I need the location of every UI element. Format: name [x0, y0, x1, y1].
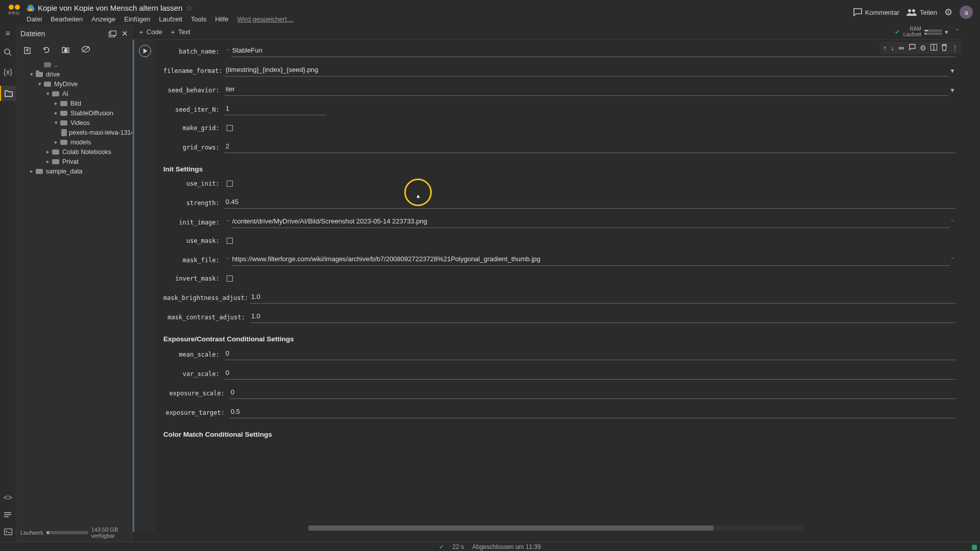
search-icon[interactable]	[3, 47, 13, 57]
svg-rect-12	[111, 31, 116, 35]
svg-rect-8	[4, 514, 11, 515]
resource-dropdown-icon[interactable]: ▼	[944, 29, 949, 35]
status-done: Abgeschlossen um 11:39	[472, 543, 541, 550]
move-down-icon[interactable]: ↓	[891, 44, 894, 52]
var-scale-input[interactable]	[225, 368, 955, 377]
menu-view[interactable]: Anzeige	[91, 15, 115, 23]
exposure-scale-input[interactable]	[230, 388, 955, 396]
files-title: Dateien	[20, 30, 104, 38]
terminal-icon[interactable]	[3, 527, 13, 537]
toc-icon[interactable]: ≡	[3, 28, 13, 38]
comment-icon	[853, 8, 862, 16]
mask-contrast-input[interactable]	[250, 312, 955, 320]
invert-mask-checkbox[interactable]	[227, 276, 233, 282]
mask-file-input[interactable]	[231, 255, 949, 263]
upload-icon[interactable]	[23, 46, 31, 55]
storage-row: Laufwerk 143.50 GB verfügbar	[16, 524, 132, 542]
refresh-icon[interactable]	[42, 46, 50, 55]
batch-name-input[interactable]	[231, 46, 955, 55]
move-up-icon[interactable]: ↑	[883, 44, 887, 52]
people-icon	[906, 9, 917, 16]
svg-point-5	[5, 49, 10, 54]
collapse-header-icon[interactable]: ˆ	[957, 28, 959, 36]
comment-cell-icon[interactable]	[909, 44, 916, 52]
left-rail: ≡ {x} <>	[0, 24, 16, 542]
mask-brightness-input[interactable]	[250, 292, 955, 301]
svg-point-4	[912, 9, 915, 12]
settings-icon[interactable]: ⚙	[944, 7, 952, 18]
add-text-button[interactable]: ＋Text	[169, 28, 190, 37]
chevron-down-icon[interactable]: ▼	[949, 67, 955, 77]
notebook-area: ＋Code ＋Text ✔ RAMLaufzeit ▼ ˆ ↑ ↓	[133, 24, 964, 542]
star-icon[interactable]: ☆	[186, 3, 193, 13]
menu-help[interactable]: Hilfe	[215, 15, 228, 23]
menu-file[interactable]: Datei	[27, 15, 42, 23]
files-icon[interactable]	[0, 86, 16, 101]
drive-icon	[27, 4, 35, 11]
status-bar: ✔ 22 s Abgeschlossen um 11:39	[0, 542, 980, 551]
right-rail	[964, 24, 980, 542]
make-grid-checkbox[interactable]	[227, 125, 233, 131]
doc-title[interactable]: Kopie von Kopie von Mensch altern lassen	[38, 4, 183, 12]
notebook-toolbar: ＋Code ＋Text ✔ RAMLaufzeit ▼ ˆ	[133, 24, 964, 40]
close-panel-icon[interactable]: ✕	[121, 29, 128, 38]
colab-logo: PRO	[5, 2, 23, 18]
svg-rect-9	[4, 516, 9, 517]
strength-input[interactable]	[225, 197, 955, 206]
cell-settings-icon[interactable]: ⚙	[920, 44, 926, 52]
new-window-icon[interactable]	[109, 31, 116, 37]
status-check-icon: ✔	[439, 543, 444, 550]
svg-line-6	[9, 54, 11, 56]
menu-runtime[interactable]: Laufzeit	[159, 15, 183, 23]
init-image-input[interactable]	[231, 217, 949, 226]
svg-point-3	[908, 9, 911, 12]
exposure-target-input[interactable]	[230, 407, 955, 416]
filename-format-input[interactable]	[225, 65, 948, 74]
menu-edit[interactable]: Bearbeiten	[51, 15, 83, 23]
cell-action-bar: ↑ ↓ ⇔ ⚙ ⋮	[880, 42, 962, 54]
svg-rect-7	[4, 512, 11, 513]
app-header: PRO Kopie von Kopie von Mensch altern la…	[0, 0, 980, 24]
svg-rect-10	[4, 529, 12, 535]
menu-insert[interactable]: Einfügen	[124, 15, 150, 23]
run-cell-button[interactable]	[139, 45, 151, 57]
save-status: Wird gespeichert…	[237, 15, 293, 23]
form-cell: ↑ ↓ ⇔ ⚙ ⋮ batch_name: " filename_format:…	[133, 40, 964, 532]
notebook-scroll[interactable]: ↑ ↓ ⇔ ⚙ ⋮ batch_name: " filename_format:…	[133, 40, 964, 542]
cell-more-icon[interactable]: ⋮	[951, 44, 959, 52]
connected-check-icon: ✔	[895, 28, 900, 36]
avatar[interactable]: a	[960, 6, 973, 19]
svg-marker-13	[64, 48, 68, 52]
section-init: Init Settings	[163, 165, 955, 173]
use-mask-checkbox[interactable]	[227, 238, 233, 244]
comment-button[interactable]: Kommentar	[853, 8, 899, 16]
variables-icon[interactable]: {x}	[3, 66, 13, 77]
terminal-output-icon[interactable]	[3, 509, 13, 519]
horizontal-scrollbar[interactable]	[308, 525, 802, 531]
add-code-button[interactable]: ＋Code	[138, 28, 162, 37]
menu-bar: Datei Bearbeiten Anzeige Einfügen Laufze…	[27, 13, 853, 24]
chevron-down-icon[interactable]: ▼	[949, 87, 955, 96]
share-button[interactable]: Teilen	[906, 9, 937, 16]
section-color: Color Match Conditional Settings	[163, 431, 955, 438]
code-icon[interactable]: <>	[3, 492, 13, 502]
use-init-checkbox[interactable]	[227, 181, 233, 187]
menu-tools[interactable]: Tools	[191, 15, 206, 23]
mean-scale-input[interactable]	[225, 349, 955, 358]
hide-hidden-icon[interactable]	[81, 46, 90, 55]
seed-behavior-select[interactable]	[225, 85, 948, 93]
seed-iter-n-input[interactable]	[225, 104, 327, 113]
connection-indicator	[972, 545, 977, 550]
mount-drive-icon[interactable]	[61, 46, 70, 55]
status-elapsed: 22 s	[452, 543, 464, 550]
section-exposure: Exposure/Contrast Conditional Settings	[163, 335, 955, 343]
link-icon[interactable]: ⇔	[898, 44, 904, 52]
files-panel: Dateien ✕ .. ▾drive ▾MyDrive ▾AI	[16, 24, 133, 542]
resource-indicator[interactable]: RAMLaufzeit ▼	[903, 27, 949, 37]
file-tree[interactable]: .. ▾drive ▾MyDrive ▾AI ▸Bild ▸StableDiff…	[16, 59, 132, 524]
grid-rows-input[interactable]	[225, 142, 955, 151]
delete-cell-icon[interactable]	[941, 44, 947, 52]
mirror-icon[interactable]	[930, 44, 937, 52]
